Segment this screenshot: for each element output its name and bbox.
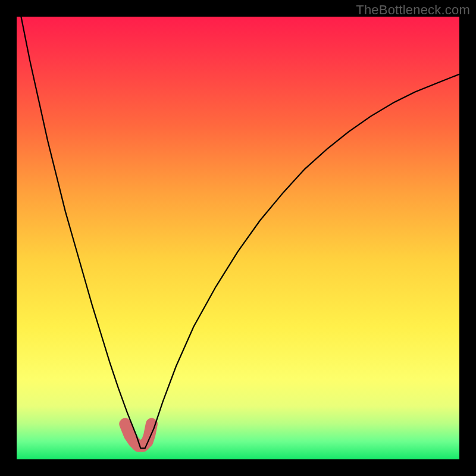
plot-area xyxy=(17,17,459,459)
bottleneck-curve-path xyxy=(21,17,459,448)
chart-frame: TheBottleneck.com xyxy=(0,0,476,476)
watermark-text: TheBottleneck.com xyxy=(356,2,470,18)
curve-layer xyxy=(17,17,459,459)
